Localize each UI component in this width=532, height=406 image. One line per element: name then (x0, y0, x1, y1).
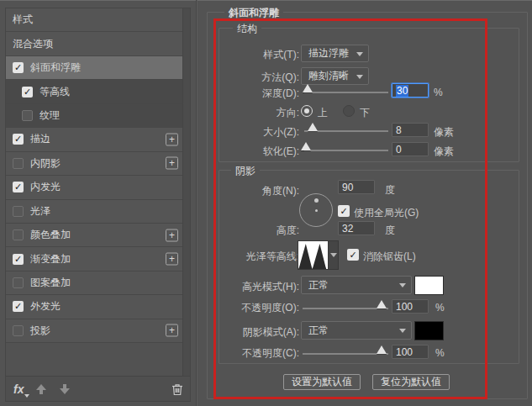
soften-value: 0 (396, 144, 402, 156)
effect-checkbox[interactable]: ✓ (13, 301, 24, 312)
sidebar-item-1[interactable]: 样式 (6, 8, 183, 32)
sidebar-item-9[interactable]: 光泽 (6, 200, 183, 224)
effect-checkbox[interactable] (13, 206, 24, 217)
angle-unit: 度 (385, 183, 395, 198)
highlight-mode-value: 正常 (308, 278, 329, 293)
altitude-value: 32 (342, 223, 353, 235)
add-effect-instance-button[interactable]: + (166, 133, 178, 145)
soften-unit: 像素 (434, 145, 454, 159)
depth-unit: % (434, 87, 443, 98)
delete-effect-button[interactable] (171, 382, 184, 398)
effect-checkbox[interactable]: ✓ (13, 254, 24, 265)
effect-checkbox[interactable]: ✓ (13, 62, 24, 73)
depth-input[interactable]: 30 (392, 83, 429, 98)
depth-slider-thumb[interactable] (303, 84, 313, 92)
sidebar-item-7[interactable]: 内阴影 + (6, 152, 183, 176)
highlight-opacity-track[interactable] (303, 308, 388, 309)
sidebar-item-11[interactable]: ✓ 渐变叠加 + (6, 247, 183, 271)
effects-list-scrollbar[interactable] (182, 8, 190, 377)
effect-label: 投影 (30, 324, 50, 338)
gloss-contour-picker[interactable] (298, 240, 339, 270)
angle-dial[interactable] (299, 193, 333, 227)
effect-checkbox[interactable]: ✓ (22, 87, 33, 98)
size-input[interactable]: 8 (392, 123, 429, 137)
highlight-opacity-label: 不透明度(O): (215, 301, 299, 315)
sidebar-item-6[interactable]: ✓ 描边 + (6, 128, 183, 151)
global-light-label: 使用全局光(G) (354, 206, 419, 220)
highlight-color-swatch[interactable] (414, 276, 444, 295)
effects-sidebar: 样式 混合选项 ✓ 斜面和浮雕 ✓ 等高线 纹理 ✓ 描边 + 内阴影 + ✓ … (5, 8, 191, 402)
fx-menu-button[interactable]: fx (13, 382, 24, 396)
effect-label: 等高线 (40, 85, 70, 99)
size-value: 8 (396, 124, 402, 136)
effect-checkbox[interactable] (13, 158, 24, 169)
global-light-checkbox[interactable]: ✓ (338, 205, 350, 217)
depth-label: 深度(D): (215, 87, 299, 101)
shadow-opacity-label: 不透明度(C): (215, 346, 299, 361)
technique-dropdown[interactable]: 雕刻清晰 (301, 67, 369, 85)
direction-down-label: 下 (360, 106, 370, 120)
chevron-down-icon (328, 241, 338, 269)
add-effect-instance-button[interactable]: + (166, 229, 178, 241)
soften-input[interactable]: 0 (392, 142, 429, 156)
make-default-button[interactable]: 设置为默认值 (283, 374, 361, 390)
technique-label: 方法(Q): (215, 71, 299, 85)
effect-checkbox[interactable]: ✓ (13, 134, 24, 145)
effect-label: 渐变叠加 (30, 252, 71, 266)
effect-label: 外发光 (30, 299, 61, 314)
soften-slider-track[interactable] (304, 150, 388, 151)
sidebar-item-2[interactable]: 混合选项 (6, 32, 183, 55)
layer-style-dialog: 样式 混合选项 ✓ 斜面和浮雕 ✓ 等高线 纹理 ✓ 描边 + 内阴影 + ✓ … (0, 0, 532, 406)
sidebar-item-13[interactable]: ✓ 外发光 (6, 295, 183, 319)
anti-alias-checkbox[interactable]: ✓ (347, 249, 359, 261)
depth-value: 30 (396, 85, 408, 97)
effect-checkbox[interactable] (13, 229, 24, 240)
shading-legend: 阴影 (231, 164, 260, 178)
style-dropdown[interactable]: 描边浮雕 (301, 45, 369, 62)
effect-label: 内阴影 (30, 156, 61, 171)
move-effect-down-button[interactable] (59, 383, 71, 395)
chevron-down-icon (356, 75, 363, 79)
reset-default-button[interactable]: 复位为默认值 (372, 374, 450, 390)
sidebar-item-4[interactable]: ✓ 等高线 (6, 80, 183, 103)
shadow-mode-dropdown[interactable]: 正常 (301, 321, 412, 340)
angle-value: 90 (342, 182, 353, 193)
effect-label: 图案叠加 (30, 276, 71, 290)
add-effect-instance-button[interactable]: + (166, 157, 178, 170)
sidebar-item-14[interactable]: 投影 + (6, 319, 183, 343)
highlight-opacity-thumb[interactable] (377, 300, 387, 308)
effects-footer: fx (6, 376, 190, 401)
shadow-color-swatch[interactable] (414, 321, 444, 340)
effect-checkbox[interactable]: ✓ (13, 182, 24, 192)
direction-up-radio[interactable] (301, 105, 313, 117)
depth-slider-track[interactable] (304, 92, 388, 93)
soften-slider-thumb[interactable] (301, 142, 311, 150)
direction-down-radio[interactable] (343, 105, 355, 117)
sidebar-item-10[interactable]: 颜色叠加 + (6, 224, 183, 247)
effect-label: 描边 (30, 132, 50, 146)
sidebar-item-8[interactable]: ✓ 内发光 (6, 176, 183, 199)
highlight-opacity-value: 100 (396, 301, 413, 313)
shadow-opacity-track[interactable] (303, 353, 388, 355)
shadow-opacity-unit: % (435, 347, 445, 359)
direction-up-label: 上 (318, 106, 328, 120)
altitude-input[interactable]: 32 (338, 221, 375, 235)
sidebar-item-3[interactable]: ✓ 斜面和浮雕 (6, 56, 183, 80)
sidebar-item-5[interactable]: 纹理 (6, 104, 183, 128)
shadow-opacity-thumb[interactable] (377, 345, 387, 354)
chevron-down-icon (399, 329, 406, 333)
chevron-down-icon (399, 283, 406, 287)
highlight-opacity-unit: % (435, 302, 445, 314)
move-effect-up-button[interactable] (35, 383, 47, 395)
shadow-opacity-input[interactable]: 100 (392, 345, 429, 359)
effect-checkbox[interactable] (13, 325, 24, 336)
highlight-mode-dropdown[interactable]: 正常 (301, 276, 412, 294)
add-effect-instance-button[interactable]: + (166, 253, 178, 266)
effect-checkbox[interactable] (13, 277, 24, 288)
highlight-opacity-input[interactable]: 100 (392, 299, 429, 314)
angle-input[interactable]: 90 (338, 180, 375, 194)
add-effect-instance-button[interactable]: + (166, 324, 178, 337)
size-slider-thumb[interactable] (308, 123, 318, 131)
effect-checkbox[interactable] (22, 110, 33, 121)
sidebar-item-12[interactable]: 图案叠加 (6, 272, 183, 295)
